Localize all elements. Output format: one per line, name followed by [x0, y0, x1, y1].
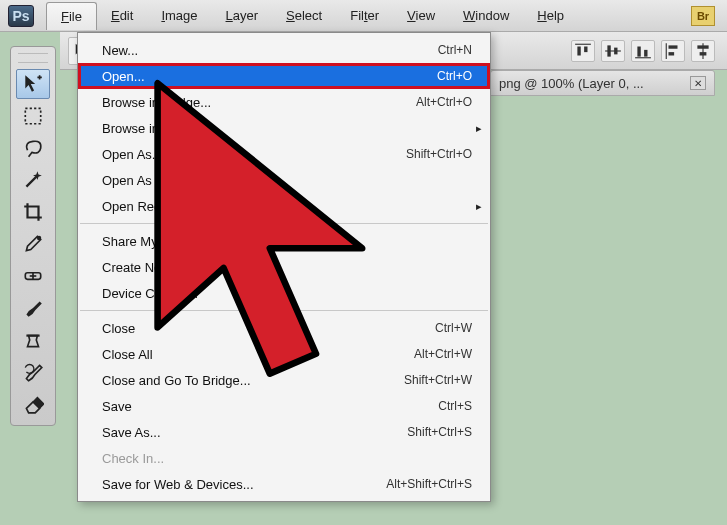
svg-line-16 [26, 176, 37, 187]
menu-item-label: Browse in Bridge... [102, 95, 416, 110]
menu-item-save-as[interactable]: Save As...Shift+Ctrl+S [78, 419, 490, 445]
crop-tool[interactable] [16, 197, 50, 227]
menu-item-check-in: Check In... [78, 445, 490, 471]
menu-layer[interactable]: Layer [212, 2, 273, 30]
svg-point-17 [37, 236, 41, 240]
menu-item-save[interactable]: SaveCtrl+S [78, 393, 490, 419]
menu-item-label: Device Central... [102, 286, 472, 301]
menu-item-label: Close and Go To Bridge... [102, 373, 404, 388]
menu-item-open-recent[interactable]: Open Recent [78, 193, 490, 219]
menu-file[interactable]: File [46, 2, 97, 30]
menu-item-open-as[interactable]: Open As...Shift+Ctrl+O [78, 141, 490, 167]
menu-item-shortcut: Alt+Ctrl+W [414, 347, 472, 361]
menu-image[interactable]: Image [147, 2, 211, 30]
menu-item-shortcut: Alt+Ctrl+O [416, 95, 472, 109]
svg-rect-4 [607, 45, 610, 56]
menu-item-close[interactable]: CloseCtrl+W [78, 315, 490, 341]
magic-wand-tool[interactable] [16, 165, 50, 195]
eraser-tool[interactable] [16, 389, 50, 419]
menu-item-close-and-go-to-bridge[interactable]: Close and Go To Bridge...Shift+Ctrl+W [78, 367, 490, 393]
file-menu-dropdown: New...Ctrl+NOpen...Ctrl+OBrowse in Bridg… [77, 32, 491, 502]
document-tab[interactable]: png @ 100% (Layer 0, ... ✕ [490, 70, 715, 96]
menu-item-label: Save for Web & Devices... [102, 477, 386, 492]
menu-item-close-all[interactable]: Close AllAlt+Ctrl+W [78, 341, 490, 367]
menu-item-browse-in-bridge[interactable]: Browse in Bridge...Alt+Ctrl+O [78, 89, 490, 115]
bridge-badge[interactable]: Br [691, 6, 715, 26]
menu-separator [80, 310, 488, 311]
menu-item-shortcut: Ctrl+O [437, 69, 472, 83]
svg-rect-10 [669, 45, 678, 48]
align-hcenter-icon[interactable] [691, 40, 715, 62]
menu-item-shortcut: Alt+Shift+Ctrl+S [386, 477, 472, 491]
align-vcenter-icon[interactable] [601, 40, 625, 62]
menu-item-label: Open Recent [102, 199, 472, 214]
svg-rect-14 [700, 52, 707, 55]
menu-item-shortcut: Shift+Ctrl+O [406, 147, 472, 161]
svg-rect-7 [637, 46, 640, 56]
menu-filter[interactable]: Filter [336, 2, 393, 30]
close-icon[interactable]: ✕ [690, 76, 706, 90]
menu-item-create-new-review[interactable]: Create New Review... [78, 254, 490, 280]
menu-item-label: Save As... [102, 425, 407, 440]
app-logo: Ps [8, 5, 34, 27]
toolbox [10, 46, 56, 426]
clone-stamp-tool[interactable] [16, 325, 50, 355]
menu-separator [80, 223, 488, 224]
menubar: Ps FileEditImageLayerSelectFilterViewWin… [0, 0, 727, 32]
menu-item-label: Browse in [102, 121, 472, 136]
align-buttons [571, 40, 715, 62]
document-title: png @ 100% (Layer 0, ... [499, 76, 644, 91]
menu-item-label: Open As... [102, 147, 406, 162]
svg-rect-8 [644, 49, 647, 56]
menu-item-shortcut: Ctrl+S [438, 399, 472, 413]
align-bottom-icon[interactable] [631, 40, 655, 62]
menu-item-shortcut: Shift+Ctrl+S [407, 425, 472, 439]
svg-rect-5 [614, 47, 617, 54]
menu-item-label: Create New Review... [102, 260, 472, 275]
move-tool[interactable] [16, 69, 50, 99]
svg-rect-2 [584, 46, 587, 52]
menu-item-browse-in[interactable]: Browse in [78, 115, 490, 141]
menu-item-label: Open As Sma [102, 173, 472, 188]
menu-item-label: Open... [102, 69, 437, 84]
brush-tool[interactable] [16, 293, 50, 323]
menu-item-label: Share My Screen... [102, 234, 472, 249]
menu-item-label: New... [102, 43, 438, 58]
menu-item-label: Save [102, 399, 438, 414]
menu-item-label: Check In... [102, 451, 472, 466]
align-top-icon[interactable] [571, 40, 595, 62]
healing-brush-tool[interactable] [16, 261, 50, 291]
menu-item-label: Close [102, 321, 435, 336]
menu-item-shortcut: Ctrl+N [438, 43, 472, 57]
svg-rect-1 [577, 46, 580, 55]
lasso-tool[interactable] [16, 133, 50, 163]
svg-rect-15 [25, 108, 40, 123]
marquee-tool[interactable] [16, 101, 50, 131]
menu-help[interactable]: Help [523, 2, 578, 30]
menu-view[interactable]: View [393, 2, 449, 30]
menu-item-share-my-screen[interactable]: Share My Screen... [78, 228, 490, 254]
menu-window[interactable]: Window [449, 2, 523, 30]
menu-item-open-as-sma[interactable]: Open As Sma [78, 167, 490, 193]
menu-item-shortcut: Shift+Ctrl+W [404, 373, 472, 387]
align-left-icon[interactable] [661, 40, 685, 62]
toolbox-handle[interactable] [18, 53, 48, 63]
menu-item-save-for-web-devices[interactable]: Save for Web & Devices...Alt+Shift+Ctrl+… [78, 471, 490, 497]
menu-item-new[interactable]: New...Ctrl+N [78, 37, 490, 63]
menu-item-label: Close All [102, 347, 414, 362]
svg-rect-13 [697, 45, 708, 48]
svg-rect-11 [669, 52, 675, 55]
history-brush-tool[interactable] [16, 357, 50, 387]
menu-item-device-central[interactable]: Device Central... [78, 280, 490, 306]
menu-item-shortcut: Ctrl+W [435, 321, 472, 335]
menu-item-open[interactable]: Open...Ctrl+O [78, 63, 490, 89]
eyedropper-tool[interactable] [16, 229, 50, 259]
menu-edit[interactable]: Edit [97, 2, 147, 30]
menu-select[interactable]: Select [272, 2, 336, 30]
